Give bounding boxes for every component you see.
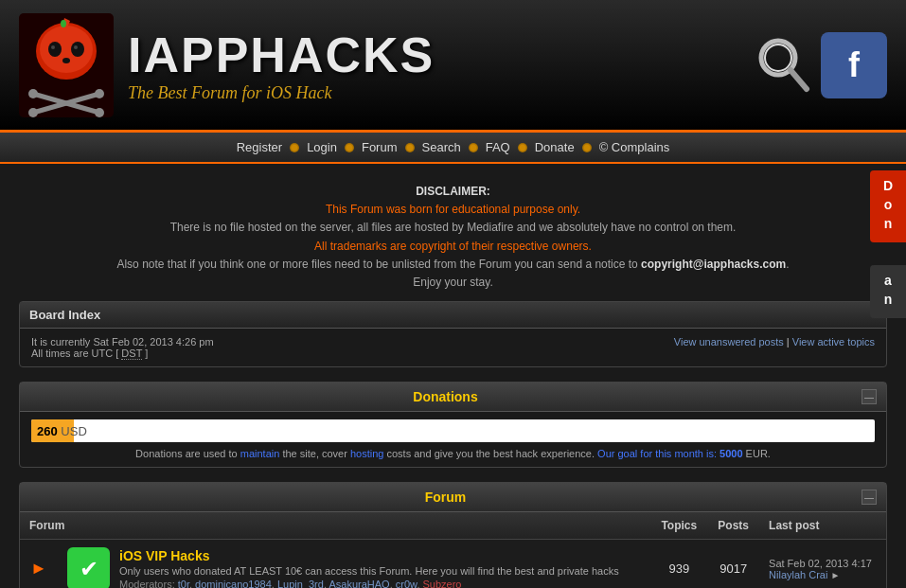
svg-point-15 xyxy=(95,108,104,117)
side-banner-mid: o xyxy=(874,197,902,212)
disclaimer-line2: There is no file hosted on the server, a… xyxy=(170,221,737,234)
svg-point-12 xyxy=(28,89,38,98)
donation-unit: USD xyxy=(61,424,86,438)
side-banner-2[interactable]: a n xyxy=(870,265,906,318)
board-index-title: Board Index xyxy=(29,308,100,322)
forum-vip-link[interactable]: iOS VIP Hacks xyxy=(119,548,209,563)
disclaimer-line4-pre: Also note that if you think one or more … xyxy=(116,258,641,271)
donation-goal-amount: 5000 xyxy=(719,448,742,459)
forum-vip-desc: Only users who donated AT LEAST 10€ can … xyxy=(119,565,619,577)
donations-title: Donations xyxy=(29,389,862,404)
mod-lupin[interactable]: Lupin_3rd xyxy=(277,579,324,588)
table-row: ► ✔ iOS VIP Hacks Only users who don xyxy=(20,540,886,588)
forum-table: Forum Topics Posts Last post ► ✔ xyxy=(20,512,886,588)
svg-point-5 xyxy=(48,42,62,57)
forum-vip-mods: Moderators: t0r, dominicano1984, Lupin_3… xyxy=(119,579,619,588)
donation-amount: 260 xyxy=(37,424,58,438)
nav-sep-4 xyxy=(469,143,478,152)
side-banner-n: n xyxy=(874,216,902,231)
board-current-time: It is currently Sat Feb 02, 2013 4:26 pm xyxy=(31,336,214,347)
board-index-header: Board Index xyxy=(20,302,886,329)
donation-maintain: maintain xyxy=(240,448,280,459)
mod-cr0w[interactable]: cr0w xyxy=(396,579,417,588)
svg-point-13 xyxy=(95,89,104,98)
site-title: IAPPHACKS xyxy=(128,27,435,83)
nav-sep-6 xyxy=(582,143,592,152)
mods-label: Moderators: xyxy=(119,579,178,588)
disclaimer-title: DISCLAIMER: xyxy=(416,185,490,198)
lastpost-user-link[interactable]: Nilaylah Crai xyxy=(769,569,827,580)
mod-t0r[interactable]: t0r xyxy=(178,579,189,588)
nav-login[interactable]: Login xyxy=(307,140,337,154)
logo-block: IAPPHACKS The Best Forum for iOS Hack xyxy=(19,13,435,117)
forum-table-header: Forum Topics Posts Last post xyxy=(20,512,886,540)
forum-vip-name: iOS VIP Hacks xyxy=(119,548,619,563)
donations-minimize-button[interactable]: — xyxy=(862,389,877,404)
svg-point-9 xyxy=(62,58,70,63)
forum-arrow-icon: ► xyxy=(30,559,47,578)
donation-bar-fill: 260 USD xyxy=(31,419,74,442)
side-banner-n2: n xyxy=(874,292,902,307)
dst-label: DST xyxy=(121,347,142,360)
disclaimer: DISCLAIMER: This Forum was born for educ… xyxy=(19,173,887,301)
board-index-panel: Board Index It is currently Sat Feb 02, … xyxy=(19,301,887,367)
forum-col-posts: Posts xyxy=(707,512,759,540)
view-unanswered-link[interactable]: View unanswered posts xyxy=(674,336,784,347)
nav-register[interactable]: Register xyxy=(237,140,282,154)
nav-sep-3 xyxy=(405,143,415,152)
board-links: View unanswered posts | View active topi… xyxy=(674,336,875,347)
donation-bar: 260 USD xyxy=(31,419,875,442)
forum-panel-header: Forum — xyxy=(20,483,886,512)
forum-arrow-cell: ► xyxy=(20,540,58,588)
forum-col-lastpost: Last post xyxy=(759,512,886,540)
lastpost-date: Sat Feb 02, 2013 4:17 xyxy=(769,558,872,569)
board-index-body: It is currently Sat Feb 02, 2013 4:26 pm… xyxy=(20,329,886,366)
side-banner-top: D xyxy=(874,178,902,193)
nav-search[interactable]: Search xyxy=(422,140,461,154)
site-header: IAPPHACKS The Best Forum for iOS Hack f xyxy=(0,0,906,133)
board-time-block: It is currently Sat Feb 02, 2013 4:26 pm… xyxy=(31,336,214,359)
donation-description: Donations are used to maintain the site,… xyxy=(31,448,875,459)
disclaimer-line3: All trademarks are copyright of their re… xyxy=(314,240,592,253)
forum-col-forum: Forum xyxy=(20,512,650,540)
disclaimer-line4-post: . xyxy=(786,258,789,271)
nav-forum[interactable]: Forum xyxy=(362,140,398,154)
forum-vip-posts: 9017 xyxy=(707,540,759,588)
donation-hosting: hosting xyxy=(350,448,383,459)
svg-point-14 xyxy=(28,108,38,117)
svg-point-7 xyxy=(51,45,55,49)
facebook-letter: f xyxy=(848,45,860,85)
donation-goal-pre: Our goal for this month is: xyxy=(597,448,719,459)
donations-panel: Donations — 260 USD Donations are used t… xyxy=(19,382,887,468)
mod-asakura[interactable]: AsakuraHAO xyxy=(329,579,389,588)
svg-point-4 xyxy=(61,20,66,27)
mod-subzero[interactable]: Subzero xyxy=(423,579,462,588)
forum-vip-icon: ✔ xyxy=(67,547,110,588)
main-content: DISCLAIMER: This Forum was born for educ… xyxy=(0,164,906,588)
forum-minimize-button[interactable]: — xyxy=(862,490,877,505)
lastpost-arrow-icon: ► xyxy=(830,570,840,580)
view-active-link[interactable]: View active topics xyxy=(792,336,875,347)
donations-body: 260 USD Donations are used to maintain t… xyxy=(20,412,886,467)
mod-dominicano[interactable]: dominicano1984 xyxy=(195,579,272,588)
forum-vip-topics: 939 xyxy=(650,540,707,588)
disclaimer-line5: Enjoy your stay. xyxy=(413,276,492,289)
donation-bar-label: 260 USD xyxy=(37,424,87,438)
forum-panel-title: Forum xyxy=(29,490,862,505)
nav-faq[interactable]: FAQ xyxy=(486,140,510,154)
donation-desc-pre: Donations are used to xyxy=(135,448,240,459)
disclaimer-line1: This Forum was born for educational purp… xyxy=(326,203,580,216)
nav-sep-2 xyxy=(345,143,354,152)
nav-donate[interactable]: Donate xyxy=(535,140,575,154)
donations-header: Donations — xyxy=(20,383,886,412)
svg-point-17 xyxy=(765,45,791,71)
navbar: Register Login Forum Search FAQ Donate ©… xyxy=(0,133,906,164)
nav-complains[interactable]: © Complains xyxy=(599,140,670,154)
nav-sep-1 xyxy=(290,143,299,152)
facebook-icon[interactable]: f xyxy=(821,32,887,98)
header-icons: f xyxy=(755,32,887,98)
side-banner[interactable]: D o n xyxy=(870,170,906,242)
search-icon xyxy=(755,34,811,96)
forum-vip-lastpost: Sat Feb 02, 2013 4:17 Nilaylah Crai ► xyxy=(759,540,886,588)
skull-icon xyxy=(19,13,114,117)
